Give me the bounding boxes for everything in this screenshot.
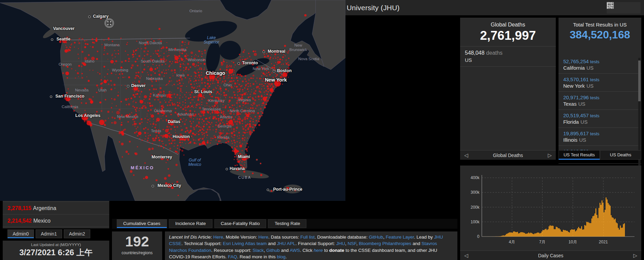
credits-link[interactable]: Esri Living Atlas team <box>223 241 267 246</box>
case-dot <box>251 91 252 92</box>
tab-admin2[interactable]: Admin2 <box>64 229 90 238</box>
daily-cases-bar <box>583 229 584 237</box>
credits-link[interactable]: Bloomberg Philanthropies <box>359 241 412 246</box>
case-dot <box>179 51 180 52</box>
case-dot <box>226 139 227 140</box>
case-dot <box>85 43 87 45</box>
credits-link[interactable]: AWS <box>290 248 300 253</box>
case-dot <box>174 139 175 141</box>
case-dot <box>253 112 254 114</box>
case-dot <box>210 80 211 81</box>
credits-link[interactable]: Github <box>266 248 280 253</box>
tests-scrollbar[interactable] <box>638 58 641 166</box>
credits-text: . Downloadable database: <box>315 235 369 240</box>
carousel-right-icon[interactable]: ▷ <box>548 152 552 158</box>
tab-incidence-rate[interactable]: Incidence Rate <box>169 219 212 228</box>
carousel-right-icon[interactable]: ▷ <box>633 253 637 259</box>
case-dot <box>166 126 168 128</box>
daily-cases-bar <box>508 233 509 237</box>
credits-link[interactable]: Full list <box>300 235 315 240</box>
daily-cases-bar <box>582 230 583 237</box>
map-canvas[interactable]: OntarioCalgaryVancouverSeattleMontanaNor… <box>0 0 345 201</box>
daily-cases-bar <box>607 200 607 237</box>
case-dot <box>201 51 202 52</box>
case-dot <box>144 99 145 100</box>
case-dot <box>271 63 272 64</box>
carousel-left-icon[interactable]: ◁ <box>464 253 468 259</box>
expand-panel-button[interactable] <box>105 18 114 28</box>
tests-entry[interactable]: 20,519,457testsFloridaUS <box>558 110 641 128</box>
tests-entry[interactable]: 43,570,161testsNew YorkUS <box>558 74 641 92</box>
tests-entry[interactable]: 20,971,296testsTexasUS <box>558 92 641 110</box>
daily-cases-bar <box>518 233 519 237</box>
credits-link[interactable]: FAQ <box>228 254 237 259</box>
case-dot <box>88 121 89 122</box>
credits-link[interactable]: Here <box>258 235 268 240</box>
deaths-entry[interactable]: 548,048deathsUS <box>460 47 556 67</box>
country-row[interactable]: 2,214,542Mexico <box>3 214 109 227</box>
credits-link[interactable]: Here <box>213 235 223 240</box>
tests-entry-unit: tests <box>590 113 599 118</box>
tests-scrollbar-thumb[interactable] <box>638 60 641 101</box>
case-dot <box>193 139 194 141</box>
credits-link[interactable]: NSF <box>348 241 357 246</box>
case-dot <box>175 164 177 166</box>
case-dot <box>286 63 288 65</box>
tab-testing-rate[interactable]: Testing Rate <box>268 219 306 228</box>
case-dot <box>223 63 224 64</box>
case-dot <box>204 97 205 99</box>
case-dot <box>137 146 138 147</box>
tab-cumulative-cases[interactable]: Cumulative Cases <box>117 219 167 228</box>
case-dot <box>259 109 259 110</box>
case-dot <box>245 145 247 147</box>
case-dot <box>250 104 252 106</box>
case-dot <box>139 123 141 125</box>
case-dot <box>183 83 184 84</box>
tab-admin0[interactable]: Admin0 <box>7 229 34 238</box>
credits-link[interactable]: here <box>314 248 323 253</box>
tab-case-fatality-ratio[interactable]: Case-Fatality Ratio <box>214 219 266 228</box>
case-dot <box>100 18 102 20</box>
credits-link[interactable]: Feature Layer <box>386 235 414 240</box>
case-dot <box>186 86 187 87</box>
case-dot <box>155 68 156 70</box>
credits-link[interactable]: blog <box>277 254 286 259</box>
case-dot <box>212 73 213 75</box>
case-dot <box>96 38 97 39</box>
case-dot <box>218 140 220 142</box>
credits-link[interactable]: GitHub <box>369 235 383 240</box>
case-dot <box>118 92 119 93</box>
case-dot <box>197 96 199 98</box>
case-dot <box>233 140 235 141</box>
case-dot <box>179 60 180 62</box>
case-dot <box>87 44 89 45</box>
carousel-left-icon[interactable]: ◁ <box>464 152 468 158</box>
case-dot <box>223 100 224 101</box>
tests-entry[interactable]: 19,895,617testsIllinoisUS <box>558 128 641 146</box>
case-dot <box>166 162 167 163</box>
country-row[interactable]: 2,278,115Argentina <box>3 202 109 214</box>
case-dot <box>134 125 136 127</box>
tab-us-test-results[interactable]: US Test Results <box>558 150 600 160</box>
case-dot <box>151 155 152 156</box>
credits-link[interactable]: Slack <box>252 248 264 253</box>
credits-link[interactable]: JHU <box>336 241 345 246</box>
case-dot <box>152 123 154 125</box>
tab-admin1[interactable]: Admin1 <box>36 229 62 238</box>
case-dot <box>193 127 195 128</box>
case-dot <box>225 97 226 98</box>
case-dot <box>155 132 157 133</box>
case-dot <box>205 106 205 106</box>
tests-entry-unit: tests <box>590 131 599 136</box>
map-base-layer <box>0 0 345 201</box>
case-dot <box>180 144 181 146</box>
case-dot <box>252 102 255 105</box>
case-dot <box>147 72 148 73</box>
tests-entry[interactable]: 52,765,254testsCaliforniaUS <box>558 56 641 74</box>
case-dot <box>232 105 233 106</box>
case-dot <box>233 109 235 111</box>
credits-link[interactable]: JHU APL <box>277 241 296 246</box>
tab-us-deaths[interactable]: US Deaths <box>600 150 641 160</box>
case-dot <box>205 73 206 74</box>
case-dot <box>259 115 261 117</box>
